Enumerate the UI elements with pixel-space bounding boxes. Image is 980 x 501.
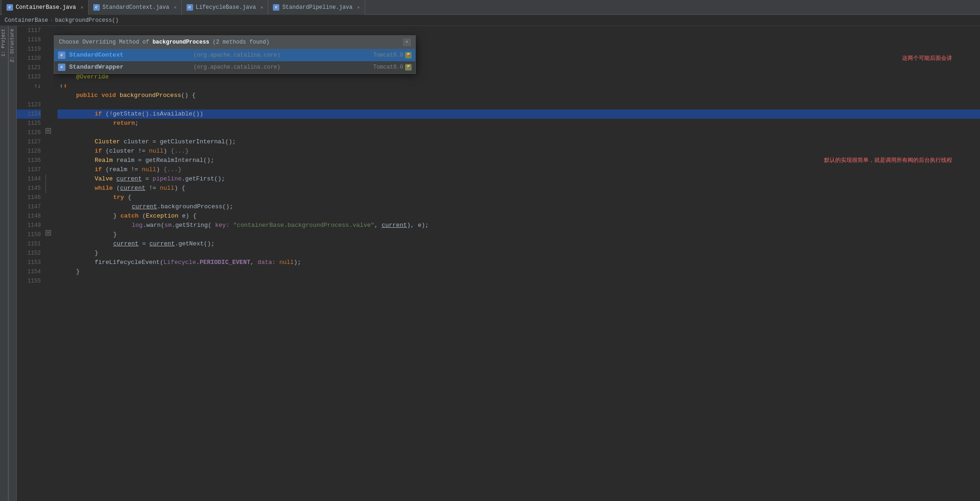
code-line-1154: } — [58, 267, 980, 276]
tab-label-3: LifecycleBase.java — [196, 4, 256, 11]
lib-icon-0: 📦 — [405, 52, 412, 58]
code-line-1147: current.backgroundProcess(); — [58, 202, 980, 212]
lib-icon-1: 📦 — [405, 64, 412, 71]
code-line-1146: try { — [58, 193, 980, 202]
project-panel-label[interactable]: 1: Project — [0, 26, 8, 59]
code-line-1125: return; — [58, 119, 980, 128]
code-line-1153: fireLifecycleEvent(Lifecycle.PERIODIC_EV… — [58, 258, 980, 267]
popup-method-name: backgroundProcess — [153, 39, 209, 45]
popup-lib-0: Tomcat8.0 📦 — [373, 51, 412, 60]
popup-title-prefix: Choose Overriding Method of — [59, 39, 153, 45]
chinese-note-2: 默认的实现很简单，就是调用所有阀的后台执行线程 — [824, 156, 952, 165]
code-line-1122-override: @Override — [58, 72, 980, 82]
popup-package-1: (org.apache.catalina.core) — [193, 63, 280, 72]
code-line-1144: Valve current = pipeline.getFirst(); — [58, 174, 980, 184]
tab-label-2: StandardContext.java — [103, 4, 169, 11]
code-line-1123 — [58, 100, 980, 109]
tab-close-icon-3[interactable]: ✕ — [260, 5, 263, 10]
override-annotation: @Override — [58, 72, 109, 82]
line-numbers: 1117 1118 1119 1120 1121 1122 ↑↓ 1123 11… — [17, 26, 45, 501]
tab-containerbase[interactable]: c ContainerBase.java ✕ — [2, 0, 89, 15]
popup-count: (2 methods found) — [213, 39, 269, 45]
code-line-1124: if (!getState().isAvailable()) — [58, 109, 980, 119]
tab-standardcontext[interactable]: c StandardContext.java ✕ — [89, 0, 182, 15]
code-line-1148: } catch (Exception e) { — [58, 212, 980, 221]
fold-icon-1145[interactable]: − — [45, 230, 51, 236]
popup-item-1[interactable]: c StandardWrapper (org.apache.catalina.c… — [54, 61, 415, 73]
tab-bar: c ContainerBase.java ✕ c StandardContext… — [0, 0, 980, 15]
code-editor: 1117 1118 1119 1120 1121 1122 ↑↓ 1123 11… — [17, 26, 980, 501]
code-line-1155 — [58, 276, 980, 286]
code-line-1151: current = current.getNext(); — [58, 239, 980, 249]
code-line-method: public void backgroundProcess() { — [58, 91, 980, 100]
breadcrumb-method[interactable]: backgroundProcess() — [55, 17, 119, 24]
class-icon-0: c — [58, 51, 65, 59]
code-line-1145: while (current != null) { — [58, 184, 980, 193]
popup-item-0[interactable]: c StandardContext (org.apache.catalina.c… — [54, 49, 415, 61]
tab-lifecyclebase[interactable]: c LifecycleBase.java ✕ — [182, 0, 269, 15]
code-line-arrows: ⬆ ⬇ — [58, 82, 980, 91]
breadcrumb-sep: › — [50, 17, 53, 24]
code-line-1128: if (cluster != null) {...} — [58, 147, 980, 156]
java-file-icon-4: c — [273, 4, 279, 11]
popup-close-button[interactable]: ✕ — [403, 39, 411, 46]
popup-package-0: (org.apache.catalina.core) — [193, 51, 280, 60]
code-line-1137: if (realm != null) {...} — [58, 165, 980, 174]
tab-close-icon[interactable]: ✕ — [81, 5, 84, 10]
code-content: Choose Overriding Method of backgroundPr… — [54, 26, 980, 501]
popup-header: Choose Overriding Method of backgroundPr… — [54, 36, 415, 49]
chinese-note-1: 这两个可能后面会讲 — [902, 54, 952, 63]
gutter: − − — [45, 26, 54, 501]
code-line-1150: } — [58, 230, 980, 239]
project-panel: 1: Project — [0, 26, 8, 501]
down-arrow-icon[interactable]: ⬇ — [63, 82, 67, 91]
java-file-icon: c — [6, 4, 13, 11]
java-file-icon-3: c — [187, 4, 193, 11]
structure-panel: Z: Structure — [8, 26, 17, 501]
tab-standardpipeline[interactable]: c StandardPipeline.java ✕ — [268, 0, 365, 15]
popup-classname-0: StandardContext — [69, 51, 190, 60]
autocomplete-popup[interactable]: Choose Overriding Method of backgroundPr… — [54, 35, 416, 74]
code-line-1127: Cluster cluster = getClusterInternal(); — [58, 137, 980, 147]
popup-classname-1: StandardWrapper — [69, 63, 190, 72]
code-line-1149: log.warn(sm.getString( key: "containerBa… — [58, 221, 980, 230]
tab-label-4: StandardPipeline.java — [282, 4, 352, 11]
code-line-1126 — [58, 128, 980, 137]
java-file-icon-2: c — [93, 4, 100, 11]
tab-label: ContainerBase.java — [16, 4, 76, 11]
tab-close-icon-2[interactable]: ✕ — [174, 5, 177, 10]
popup-title: Choose Overriding Method of backgroundPr… — [59, 38, 270, 47]
breadcrumb-class[interactable]: ContainerBase — [5, 17, 48, 24]
structure-panel-label[interactable]: Z: Structure — [9, 26, 16, 65]
popup-lib-1: Tomcat8.0 📦 — [373, 63, 412, 72]
breadcrumb: ContainerBase › backgroundProcess() — [0, 15, 980, 26]
up-arrow-icon[interactable]: ⬆ — [59, 82, 63, 91]
code-line-1117 — [58, 26, 980, 35]
tab-close-icon-4[interactable]: ✕ — [357, 5, 360, 10]
code-line-1152: } — [58, 249, 980, 258]
fold-icon-1122[interactable]: − — [45, 128, 51, 134]
code-line-1136: Realm realm = getRealmInternal(); 默认的实现很… — [58, 156, 980, 165]
editor-area: 1: Project Z: Structure 1117 1118 1119 1… — [0, 26, 980, 501]
class-icon-1: c — [58, 64, 65, 71]
